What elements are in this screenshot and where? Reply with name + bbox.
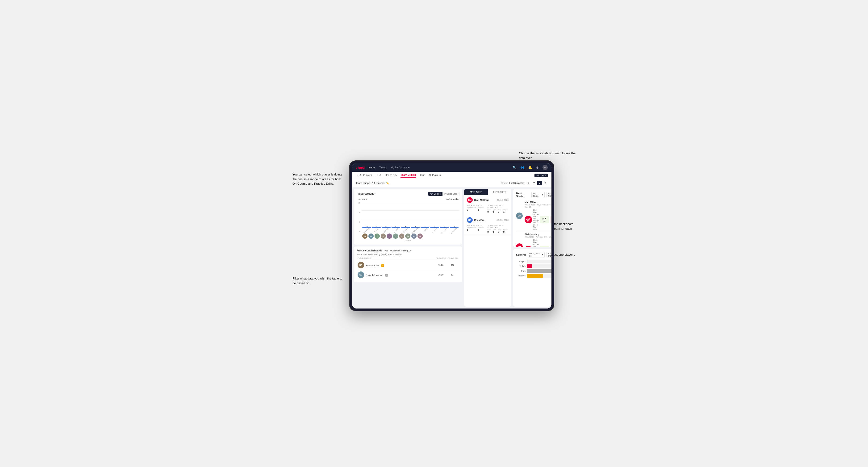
shot-meta-2: 23 Jul 2023 · Ashridge GC, Hole 15 bbox=[525, 236, 552, 238]
bell-icon[interactable]: 🔔 bbox=[528, 165, 532, 169]
player-mini-avatar-6: B bbox=[399, 234, 404, 239]
col-pb-avg: PB AVG SQ bbox=[447, 257, 459, 259]
scoring-header: Scoring Par 3, 4 & 5s ▾ All Players ▾ bbox=[516, 252, 552, 258]
player-activity-header: Player Activity On Course Practice Drill… bbox=[356, 192, 460, 196]
practice-leaderboards-card: Practice Leaderboards PUTT Must Make Put… bbox=[354, 247, 462, 282]
nav-item-performance[interactable]: My Performance bbox=[391, 166, 410, 169]
player-score-1: 19/20 bbox=[435, 264, 447, 266]
shot-item-2[interactable]: BM Blair McHarg 23 Jul 2023 · Ashridge G… bbox=[516, 232, 552, 247]
edit-icon[interactable]: ✏️ bbox=[386, 182, 389, 185]
chart-body: 1312109543322 B. McHargR. BrittD. FordJ.… bbox=[361, 202, 460, 232]
timescale-dropdown[interactable]: Last 3 months bbox=[509, 182, 524, 184]
best-shots-title: Best Shots bbox=[516, 192, 530, 198]
most-active-card: Most Active Least Active BM Blair McHarg… bbox=[464, 189, 512, 307]
leaderboard-player-row-2: EC Edward Crossman 2 18/20 107 bbox=[356, 270, 460, 280]
activity-stats-1: Total Rounds Tournament 7 Practice bbox=[467, 204, 508, 213]
player-avatar-ec: EC bbox=[358, 272, 364, 278]
all-shots-dropdown[interactable]: All Shots ▾ bbox=[531, 192, 545, 198]
rank-badge-silver: 2 bbox=[385, 274, 388, 277]
scoring-players-dropdown[interactable]: All Players ▾ bbox=[547, 252, 552, 258]
nav-item-teams[interactable]: Teams bbox=[379, 166, 387, 169]
tournament-val-2: 8 bbox=[467, 228, 476, 231]
tablet-frame: clippd Home Teams My Performance 🔍 👥 🔔 ⊕… bbox=[349, 160, 554, 311]
y-axis: 15 10 5 0 bbox=[356, 202, 361, 232]
avatar[interactable]: U bbox=[542, 165, 548, 170]
shot-info-1: Shot Dist: 67 yds Start Lie: Rough End L… bbox=[533, 209, 539, 230]
tab-team-clippd[interactable]: Team Clippd bbox=[401, 173, 416, 178]
tab-pgat[interactable]: PGAT Players bbox=[356, 174, 372, 177]
heart-view-icon[interactable]: ♥ bbox=[537, 181, 542, 185]
on-course-toggle[interactable]: On Course bbox=[428, 192, 442, 196]
leaderboard-sub-label: PUTT Must Make Putting (3-6 ft), Last 3 … bbox=[356, 253, 460, 256]
nav-logo: clippd bbox=[356, 166, 365, 169]
practice-sub-1: GTT 0 APP 0 ARG bbox=[487, 209, 508, 213]
rounds-sub-1: Tournament 7 Practice 6 bbox=[467, 207, 484, 211]
nav-item-home[interactable]: Home bbox=[368, 166, 375, 169]
player-mini-avatar-5: B bbox=[393, 234, 398, 239]
best-shots-card: Best Shots All Shots ▾ All Players ▾ MM bbox=[513, 189, 552, 247]
practice-val-1: 6 bbox=[478, 209, 484, 211]
col-pb-score: PB SCORE bbox=[435, 257, 447, 259]
scoring-row-eagles: Eagles3 bbox=[516, 260, 552, 263]
x-axis-label: Players bbox=[356, 240, 460, 242]
leaderboard-title: Practice Leaderboards bbox=[356, 249, 382, 252]
tablet-screen: clippd Home Teams My Performance 🔍 👥 🔔 ⊕… bbox=[352, 163, 552, 309]
par-dropdown[interactable]: Par 3, 4 & 5s ▾ bbox=[528, 252, 545, 258]
player-score-2: 18/20 bbox=[435, 274, 447, 276]
search-icon[interactable]: 🔍 bbox=[513, 165, 517, 169]
shot-details-1: 200 SG Shot Dist: 67 yds Start Lie: Roug… bbox=[525, 209, 552, 230]
tab-hcaps[interactable]: Hcaps 1-5 bbox=[385, 174, 397, 177]
on-course-label: On Course bbox=[356, 198, 368, 200]
player-avatars-row: MBFCEBBMCR bbox=[356, 232, 460, 239]
add-team-button[interactable]: Add Team bbox=[534, 174, 548, 177]
shot-item-1[interactable]: MM Matt Miller 09 Jun 2023 · Royal North… bbox=[516, 200, 552, 232]
tab-tour[interactable]: Tour bbox=[420, 174, 425, 177]
player-mini-avatar-2: F bbox=[375, 234, 380, 239]
activity-date-2: 02 Sep 2023 bbox=[497, 219, 508, 221]
scoring-card: Scoring Par 3, 4 & 5s ▾ All Players ▾ Ea… bbox=[513, 249, 552, 307]
app-val-1: 0 bbox=[493, 211, 496, 213]
page-wrapper: Choose the timescale you wish to see the… bbox=[292, 151, 576, 316]
shot-avatar-1: MM bbox=[516, 213, 523, 219]
settings-view-icon[interactable]: ⚙ bbox=[543, 181, 548, 185]
scoring-row-pars: Pars499 bbox=[516, 269, 552, 273]
all-players-dropdown[interactable]: All Players ▾ bbox=[547, 192, 552, 198]
activity-name-2: Rees Britt bbox=[474, 219, 497, 221]
list-view-icon[interactable]: ☰ bbox=[532, 181, 536, 185]
shot-stat-remain-1: 0 yds bbox=[550, 216, 552, 223]
rounds-label-2: Total Rounds bbox=[467, 224, 484, 226]
users-icon[interactable]: 👥 bbox=[520, 165, 524, 169]
plus-circle-icon[interactable]: ⊕ bbox=[536, 165, 539, 169]
practice-label-1: Total Practice Activities bbox=[487, 204, 508, 209]
annotation-bottom-left: Filter what data you wish the table to b… bbox=[292, 276, 344, 285]
course-toggle-group: On Course Practice Drills bbox=[428, 192, 460, 196]
most-active-tab[interactable]: Most Active bbox=[464, 189, 488, 195]
active-tabs: Most Active Least Active bbox=[464, 189, 512, 195]
shot-player-name-1: Matt Miller bbox=[525, 201, 552, 204]
right-panel: Best Shots All Shots ▾ All Players ▾ MM bbox=[513, 189, 552, 307]
leaderboard-player-row-1: RB Richard Butler 1 19/20 110 bbox=[356, 260, 460, 270]
player-avg-2: 107 bbox=[447, 274, 459, 276]
practice-label-2: Total Practice Activities bbox=[487, 224, 508, 228]
arg-val-2: 0 bbox=[498, 231, 501, 233]
arg-val-1: 0 bbox=[498, 211, 501, 213]
leaderboard-header: Practice Leaderboards PUTT Must Make Put… bbox=[356, 249, 460, 252]
scoring-row-bogeys: Bogeys315 bbox=[516, 274, 552, 278]
grid-view-icon[interactable]: ⊞ bbox=[526, 181, 531, 185]
middle-panel: Most Active Least Active BM Blair McHarg… bbox=[464, 189, 512, 307]
activity-header-1: BM Blair McHarg 26 Aug 2023 bbox=[467, 197, 508, 203]
player-name-2: Edward Crossman bbox=[366, 274, 383, 276]
main-content: Player Activity On Course Practice Drill… bbox=[352, 187, 552, 309]
show-label: Show: bbox=[501, 182, 508, 184]
practice-drills-toggle[interactable]: Practice Drills bbox=[442, 192, 459, 196]
team-name: Team Clippd | 14 Players bbox=[356, 182, 384, 184]
tab-all-players[interactable]: All Players bbox=[429, 174, 441, 177]
total-rounds-dropdown[interactable]: Total Rounds ▾ bbox=[445, 198, 460, 200]
gtt-val-1: 0 bbox=[487, 211, 491, 213]
player-mini-avatar-8: C bbox=[411, 234, 416, 239]
activity-avatar-bm: BM bbox=[467, 197, 473, 203]
player-name-1: Richard Butler bbox=[366, 264, 379, 267]
leaderboard-filter-dropdown[interactable]: PUTT Must Make Putting ... ▾ bbox=[384, 250, 412, 252]
tab-pga[interactable]: PGA bbox=[376, 174, 381, 177]
least-active-tab[interactable]: Least Active bbox=[488, 189, 512, 195]
